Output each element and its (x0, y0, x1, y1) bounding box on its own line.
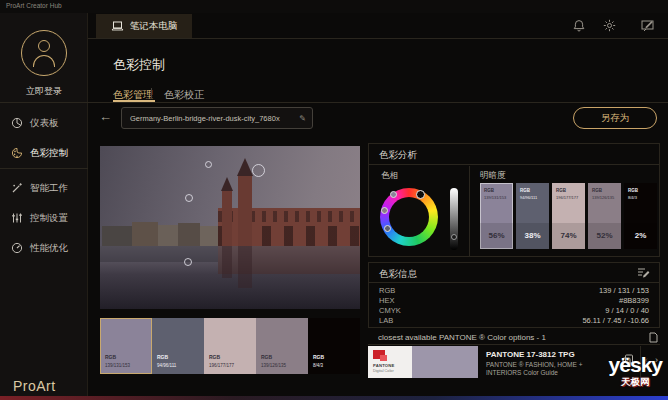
image-preview (100, 146, 360, 309)
sidebar-item-performance[interactable]: 性能优化 (0, 233, 88, 263)
bottom-gradient-strip (0, 396, 668, 400)
pantone-heading: closest available PANTONE ® Color option… (378, 333, 546, 342)
save-as-button[interactable]: 另存为 (573, 107, 657, 129)
color-analysis-panel: 色彩分析 色相 明暗度 RGB139/131/153 56% RGB94/96/… (368, 143, 660, 257)
sidebar-item-smart-work[interactable]: 智能工作 (0, 173, 88, 203)
filename-field[interactable]: Germany-Berlin-bridge-river-dusk-city_76… (121, 107, 313, 129)
filename-text: Germany-Berlin-bridge-river-dusk-city_76… (130, 114, 299, 123)
login-link[interactable]: 立即登录 (0, 85, 88, 98)
gauge-icon (11, 242, 23, 254)
back-arrow-icon[interactable]: ← (99, 109, 112, 124)
palette-swatch-4[interactable]: RGB139/126/135 (256, 318, 308, 374)
percent-value: 38% (516, 223, 549, 249)
watermark: yësky 天极网 (609, 354, 662, 387)
sample-point-1[interactable] (205, 161, 212, 168)
brightness-swatch-5[interactable]: RGB8/4/3 2% (624, 183, 657, 249)
sample-point-3[interactable] (185, 194, 193, 202)
percent-value: 52% (588, 223, 621, 249)
palette-swatch-5[interactable]: RGB8/4/3 (308, 318, 360, 374)
window-title: ProArt Creator Hub (6, 2, 62, 9)
palette-icon (11, 147, 23, 159)
dashboard-icon (11, 117, 23, 129)
color-info-title: 色彩信息 (379, 268, 417, 281)
brightness-swatch-3[interactable]: RGB196/177/177 74% (552, 183, 585, 249)
brightness-swatch-2[interactable]: RGB94/96/111 38% (516, 183, 549, 249)
percent-value: 74% (552, 223, 585, 249)
pantone-logo-icon (373, 350, 385, 359)
brightness-swatch-1[interactable]: RGB139/131/153 56% (480, 183, 513, 249)
pantone-color-swatch (412, 346, 478, 378)
color-info-panel: 色彩信息 RGB139 / 131 / 153 HEX#8B8399 CMYK9… (368, 262, 660, 328)
pantone-logo-card: PANTONE Digital Color (368, 346, 412, 378)
hue-dot-3[interactable] (381, 207, 388, 214)
palette-swatch-2[interactable]: RGB94/96/111 (152, 318, 204, 374)
hue-dot-selected[interactable] (416, 190, 425, 199)
sidebar-divider (0, 168, 88, 169)
person-icon (38, 40, 50, 52)
slider-knob[interactable] (451, 234, 457, 240)
copy-icon[interactable] (648, 332, 658, 343)
sidebar-item-color-control[interactable]: 色彩控制 (0, 138, 88, 168)
palette-swatch-3[interactable]: RGB196/177/177 (204, 318, 256, 374)
sample-point-4[interactable] (184, 258, 192, 266)
sliders-icon (11, 212, 23, 224)
feedback-icon[interactable] (641, 19, 655, 32)
settings-gear-icon[interactable] (603, 19, 616, 32)
hue-dot-2[interactable] (390, 191, 397, 198)
proart-logo: ProArt (13, 378, 56, 394)
magic-wand-icon (11, 182, 23, 194)
user-avatar[interactable] (21, 30, 67, 76)
page-title: 色彩控制 (113, 56, 165, 74)
laptop-icon (111, 21, 124, 32)
percent-value: 56% (480, 223, 513, 249)
notification-bell-icon[interactable] (573, 19, 585, 32)
palette-swatch-1[interactable]: RGB139/131/153 (100, 318, 152, 374)
hue-wheel[interactable] (380, 188, 438, 246)
pantone-color-name: PANTONE 17-3812 TPG (486, 350, 575, 359)
brightness-swatch-4[interactable]: RGB139/126/135 52% (588, 183, 621, 249)
hue-dot-4[interactable] (384, 225, 391, 232)
sidebar-item-control-settings[interactable]: 控制设置 (0, 203, 88, 233)
brightness-label: 明暗度 (480, 170, 506, 182)
lightness-slider[interactable] (450, 188, 458, 250)
proart-creator-hub-window: ProArt Creator Hub 立即登录 仪表板 色彩控制 (0, 0, 668, 400)
tab-color-calibration[interactable]: 色彩校正 (164, 88, 204, 102)
sidebar-item-dashboard[interactable]: 仪表板 (0, 108, 88, 138)
color-analysis-title: 色彩分析 (379, 149, 417, 162)
sample-point-2[interactable] (252, 164, 265, 177)
hue-label: 色相 (381, 170, 398, 182)
edit-pencil-icon[interactable]: ✎ (299, 114, 306, 123)
percent-value: 2% (624, 223, 657, 249)
window-titlebar: ProArt Creator Hub (0, 0, 668, 13)
edit-list-icon[interactable] (637, 267, 650, 278)
device-tab-laptop[interactable]: 笔记本电脑 (96, 14, 192, 38)
sidebar: 立即登录 仪表板 色彩控制 智能工作 (0, 13, 88, 400)
